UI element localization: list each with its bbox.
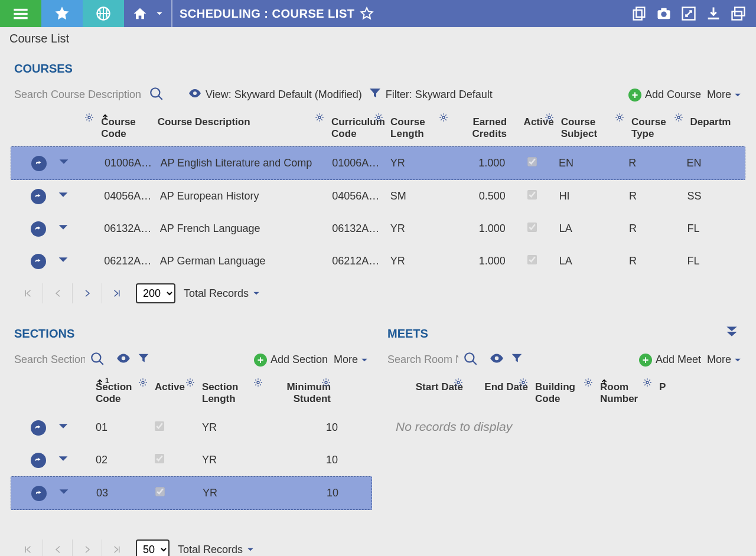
gear-icon[interactable] xyxy=(519,378,528,387)
table-row[interactable]: 03 YR 10 xyxy=(11,476,372,510)
add-course-button[interactable]: + Add Course xyxy=(628,89,701,102)
expand-row-icon[interactable] xyxy=(57,485,70,501)
add-section-button[interactable]: + Add Section xyxy=(254,354,328,367)
globe-button[interactable] xyxy=(83,0,124,27)
pager-last[interactable] xyxy=(102,283,131,303)
room-number-header[interactable]: Room Number xyxy=(597,379,656,411)
pager-next[interactable] xyxy=(72,539,102,556)
download-icon[interactable] xyxy=(705,5,722,22)
courses-total-records[interactable]: Total Records xyxy=(184,287,260,300)
table-row[interactable]: 02 YR 10 xyxy=(11,444,372,476)
course-length-cell: SM xyxy=(387,190,451,202)
popout-window-icon[interactable] xyxy=(730,5,747,22)
start-date-header[interactable]: Start Date xyxy=(396,379,467,411)
add-meet-button[interactable]: + Add Meet xyxy=(639,354,701,367)
courses-more-label: More xyxy=(707,89,731,101)
eye-icon[interactable] xyxy=(116,351,131,369)
expand-row-icon[interactable] xyxy=(57,155,70,171)
building-code-header[interactable]: Building Code xyxy=(532,379,597,411)
eye-icon[interactable] xyxy=(489,351,504,369)
sections-total-records[interactable]: Total Records xyxy=(178,544,255,556)
gear-icon[interactable] xyxy=(643,378,652,387)
courses-pagesize-select[interactable]: 200 xyxy=(136,283,175,303)
sections-search-button[interactable] xyxy=(85,349,110,371)
expand-row-icon[interactable] xyxy=(57,188,70,204)
gear-icon[interactable] xyxy=(674,113,683,122)
pager-prev[interactable] xyxy=(43,539,72,556)
open-record-icon[interactable] xyxy=(31,420,46,436)
main-menu-button[interactable] xyxy=(0,0,41,27)
pager-first[interactable] xyxy=(13,539,43,556)
courses-view-selector[interactable]: View: Skyward Default (Modified) xyxy=(188,86,362,103)
table-row[interactable]: 04056A… AP European History 04056A0… SM … xyxy=(11,180,745,212)
meets-search-button[interactable] xyxy=(458,349,483,371)
courses-filter-selector[interactable]: Filter: Skyward Default xyxy=(368,86,493,103)
section-length-header[interactable]: Section Length xyxy=(198,379,266,411)
open-record-icon[interactable] xyxy=(31,156,47,171)
pager-prev[interactable] xyxy=(43,283,72,303)
expand-row-icon[interactable] xyxy=(57,452,70,468)
pager-next[interactable] xyxy=(72,283,102,303)
open-record-icon[interactable] xyxy=(31,453,46,468)
courses-search-input[interactable] xyxy=(14,86,144,103)
end-date-header[interactable]: End Date xyxy=(467,379,532,411)
pager-first[interactable] xyxy=(13,283,43,303)
p-header[interactable]: P xyxy=(656,379,679,411)
gear-icon[interactable] xyxy=(185,378,195,387)
table-row[interactable]: 01006A… AP English Literature and Comp 0… xyxy=(11,146,745,180)
department-header[interactable]: Departm xyxy=(687,114,746,146)
courses-more-button[interactable]: More xyxy=(707,89,742,101)
gear-icon[interactable] xyxy=(315,113,324,122)
gear-icon[interactable] xyxy=(584,378,593,387)
section-minimum-header[interactable]: Minimum Student xyxy=(266,379,334,411)
curriculum-code-header[interactable]: Curriculum Code xyxy=(328,114,387,146)
course-length-header[interactable]: Course Length xyxy=(387,114,451,146)
expand-icon[interactable] xyxy=(680,5,697,22)
course-subject-header[interactable]: Course Subject xyxy=(558,114,628,146)
chevron-down-icon xyxy=(734,356,742,364)
active-header[interactable]: Active xyxy=(510,114,558,146)
gear-icon[interactable] xyxy=(454,378,463,387)
earned-credits-cell: 1.000 xyxy=(451,223,509,235)
course-description-header[interactable]: Course Description xyxy=(154,114,328,146)
sections-more-button[interactable]: More xyxy=(334,354,369,366)
section-code-header[interactable]: 1 Section Code xyxy=(92,379,151,411)
camera-icon[interactable] xyxy=(656,5,672,22)
gear-icon[interactable] xyxy=(545,113,554,122)
open-record-icon[interactable] xyxy=(31,221,46,237)
course-code-header[interactable]: Course Code xyxy=(97,114,154,146)
section-active-header[interactable]: Active xyxy=(151,379,198,411)
meets-search-input[interactable] xyxy=(387,351,458,368)
course-code-cell: 06132A… xyxy=(100,223,157,235)
expand-row-icon[interactable] xyxy=(57,253,70,269)
funnel-icon[interactable] xyxy=(137,352,150,368)
favorites-button[interactable] xyxy=(41,0,83,27)
table-row[interactable]: 01 YR 10 xyxy=(11,411,372,444)
favorite-star-icon[interactable] xyxy=(359,6,374,21)
earned-credits-header[interactable]: Earned Credits xyxy=(452,114,511,146)
sections-search-input[interactable] xyxy=(14,351,85,368)
gear-icon[interactable] xyxy=(321,378,331,387)
open-record-icon[interactable] xyxy=(31,189,46,204)
home-button[interactable] xyxy=(124,0,171,27)
sections-pagesize-select[interactable]: 50 xyxy=(136,539,170,556)
copy-icon[interactable] xyxy=(631,5,647,22)
gear-icon[interactable] xyxy=(253,378,263,387)
open-record-icon[interactable] xyxy=(31,486,47,501)
expand-row-icon[interactable] xyxy=(57,221,70,237)
expand-row-icon[interactable] xyxy=(57,420,70,436)
funnel-icon[interactable] xyxy=(510,352,523,368)
collapse-panel-button[interactable] xyxy=(724,323,739,341)
table-row[interactable]: 06212A… AP German Language 06212A0… YR 1… xyxy=(11,245,745,277)
course-type-header[interactable]: Course Type xyxy=(628,114,687,146)
pager-last[interactable] xyxy=(102,539,131,556)
table-row[interactable]: 06132A… AP French Language 06132A0… YR 1… xyxy=(11,212,745,245)
gear-icon[interactable] xyxy=(84,113,94,122)
courses-search-button[interactable] xyxy=(144,84,169,106)
open-record-icon[interactable] xyxy=(31,254,46,269)
meets-more-button[interactable]: More xyxy=(707,354,742,366)
gear-icon[interactable] xyxy=(374,113,383,122)
gear-icon[interactable] xyxy=(138,378,148,387)
gear-icon[interactable] xyxy=(615,113,624,122)
gear-icon[interactable] xyxy=(439,113,448,122)
